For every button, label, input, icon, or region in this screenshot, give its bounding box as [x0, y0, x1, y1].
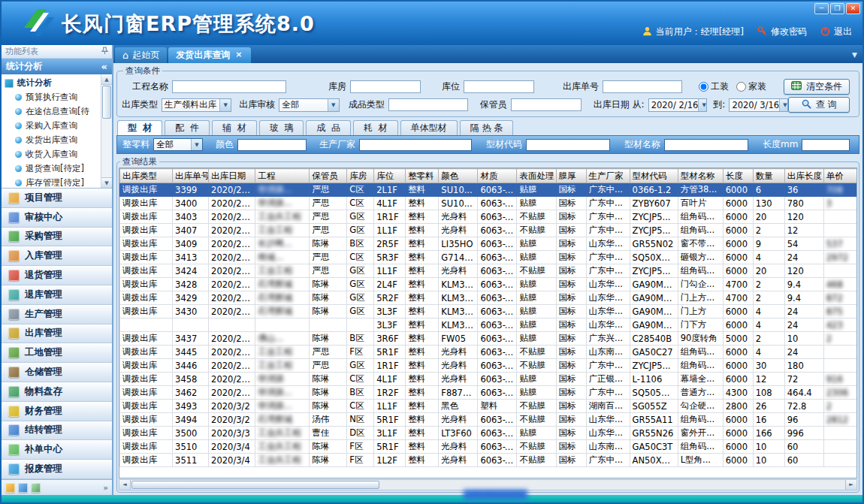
outlook-monitor-icon[interactable] — [18, 483, 28, 493]
column-header[interactable]: 单价 — [823, 169, 857, 183]
logout-button[interactable]: 退出 — [820, 26, 852, 38]
table-row[interactable]: 调拨出库34242020/2/26工业工程严思G区1L1F整料光身料6063-T… — [120, 264, 858, 278]
order-no-input[interactable] — [603, 80, 682, 93]
column-header[interactable]: 出库日期 — [209, 169, 255, 183]
tree-item[interactable]: 发货出库查询 — [5, 133, 100, 147]
table-row[interactable]: 调拨出库34622020/2/28华润源...陈琳B区1R2F整料F8877FT… — [120, 386, 858, 400]
column-header[interactable]: 库房 — [347, 169, 374, 183]
table-row[interactable]: 调拨出库34072020/2/25工业工程严思G区1L1F整料光身料6063-T… — [120, 224, 858, 237]
outlook-folder-icon[interactable] — [5, 483, 15, 493]
tree-vertical-scrollbar[interactable]: ▲ ▼ — [101, 74, 112, 188]
minimize-button[interactable]: ─ — [814, 3, 829, 14]
column-header[interactable]: 出库长度 — [784, 169, 823, 183]
material-tab-6[interactable]: 单体型材 — [400, 120, 458, 135]
table-row[interactable]: 调拨出库34002020/2/25华润源...严思C区4L1F整料SU10...… — [120, 197, 858, 210]
table-row[interactable]: 调拨出库34292020/2/26石湾辉城陈琳G区5R2F整料KLM381760… — [120, 291, 858, 305]
hscrollbar-thumb[interactable] — [131, 481, 379, 489]
table-row[interactable]: 调拨出库34302020/2/26石湾辉城陈琳G区3L3F整料KLM381760… — [120, 305, 858, 318]
column-header[interactable]: 整零料 — [406, 169, 439, 183]
table-row[interactable]: 调拨出库35002020/3/3工业共工程曹佳D区3L1F整料LT3F60606… — [120, 427, 858, 440]
close-button[interactable]: ✕ — [846, 3, 860, 14]
clear-conditions-button[interactable]: 清空条件 — [784, 79, 850, 95]
material-tab-1[interactable]: 配 件 — [165, 120, 210, 135]
column-header[interactable]: 出库单号 — [173, 169, 209, 183]
tree-item[interactable]: 预算执行查询 — [5, 90, 100, 104]
material-tab-5[interactable]: 耗 材 — [353, 120, 398, 135]
maximize-button[interactable]: ❐ — [830, 3, 844, 14]
tree-root[interactable]: 统计分析 — [5, 76, 100, 90]
material-tab-0[interactable]: 型 材 — [117, 120, 162, 135]
sidebar-item-return-stock[interactable]: 退库管理 — [2, 285, 112, 305]
manufacturer-input[interactable] — [359, 139, 472, 151]
scroll-down-button[interactable]: ▼ — [101, 177, 112, 188]
color-input[interactable] — [237, 139, 307, 151]
sidebar-item-scrap[interactable]: 报废管理 — [2, 460, 112, 479]
horizontal-scrollbar[interactable]: ◄ ► — [119, 479, 857, 490]
sidebar-item-project-management[interactable]: 项目管理 — [2, 189, 112, 208]
sidebar-item-audit-center[interactable]: 审核中心 — [2, 208, 112, 228]
tab-home[interactable]: ⌂ 起始页 — [115, 47, 167, 63]
sidebar-item-inbound[interactable]: 入库管理 — [2, 246, 112, 266]
radio-tooling-input[interactable] — [699, 82, 708, 92]
sidebar-item-supplement-center[interactable]: 补单中心 — [2, 440, 112, 460]
product-type-input[interactable] — [388, 98, 468, 111]
column-header[interactable]: 出库类型 — [120, 169, 173, 183]
location-input[interactable] — [464, 80, 534, 93]
tree-item[interactable]: 库存管理[待定] — [5, 176, 100, 189]
table-row[interactable]: 调拨出库35102020/3/4工业共工程陈琳F区5R1F整料光身料6063-T… — [120, 440, 858, 454]
length-input[interactable] — [802, 139, 850, 151]
table-row[interactable]: 调拨出库34032020/2/25工业共工程严思G区1R1F整料光身料6063-… — [120, 210, 858, 224]
sidebar-item-inventory-count[interactable]: 物料盘存 — [2, 382, 112, 402]
column-header[interactable]: 材质 — [478, 169, 517, 183]
column-header[interactable]: 生产厂家 — [586, 169, 630, 183]
table-row[interactable]: 3L3F整料KLM38176063-T5贴膜国标山东华...GA90M09...… — [120, 318, 858, 332]
tree-item[interactable]: 收货入库查询 — [5, 147, 100, 161]
scroll-right-button[interactable]: ► — [845, 480, 856, 490]
sidebar-item-carryover[interactable]: 结转管理 — [2, 421, 112, 441]
radio-tooling[interactable]: 工装 — [699, 80, 729, 93]
chevron-down-icon[interactable]: ▼ — [852, 51, 857, 59]
chevron-left-icon[interactable]: « — [101, 61, 107, 72]
table-row[interactable]: 调拨出库34372020/2/27佛山...陈琳B区3R6F整料FW056063… — [120, 332, 858, 346]
column-header[interactable]: 保管员 — [310, 169, 347, 183]
column-header[interactable]: 颜色 — [439, 169, 478, 183]
material-tab-4[interactable]: 成 品 — [306, 120, 351, 135]
radio-home-decor[interactable]: 家装 — [736, 80, 766, 93]
column-header[interactable]: 工程 — [255, 169, 310, 183]
pin-icon[interactable] — [101, 47, 108, 57]
keeper-input[interactable] — [511, 98, 582, 111]
tab-shipping-outbound-query[interactable]: 发货出库查询 × — [168, 47, 251, 63]
table-row[interactable]: 调拨出库34132020/2/26南城...严思C区5R3F整料G7142260… — [120, 251, 858, 264]
out-type-select[interactable]: 生产领料出库 ▼ — [162, 98, 231, 112]
tree-item[interactable]: 退货查询[待定] — [5, 161, 100, 176]
column-header[interactable]: 型材名称 — [678, 169, 723, 183]
column-header[interactable]: 库位 — [374, 169, 406, 183]
material-tab-3[interactable]: 玻 璃 — [259, 120, 304, 135]
table-row[interactable]: 调拨出库33992020/2/25华润源...严思C区2L1F整料SU10...… — [120, 183, 858, 197]
table-row[interactable]: 调拨出库34452020/2/27工业工程严思F区5R1F整料光身料6063-T… — [120, 346, 858, 359]
change-password-button[interactable]: 修改密码 — [757, 26, 807, 38]
column-header[interactable]: 型材代码 — [630, 169, 678, 183]
sidebar-item-purchasing[interactable]: 采购管理 — [2, 228, 112, 247]
sidebar-item-production[interactable]: 生产管理 — [2, 305, 112, 324]
warehouse-input[interactable] — [350, 80, 421, 93]
sidebar-item-finance[interactable]: 财务管理 — [2, 402, 112, 421]
tree-scrollbar-thumb[interactable] — [102, 86, 111, 119]
project-name-input[interactable] — [172, 80, 286, 93]
material-tab-7[interactable]: 隔 热 条 — [460, 120, 514, 135]
profile-code-input[interactable] — [526, 139, 610, 151]
column-header[interactable]: 数量 — [753, 169, 784, 183]
scroll-left-button[interactable]: ◄ — [119, 480, 131, 490]
column-header[interactable]: 表面处理 — [517, 169, 556, 183]
table-row[interactable]: 调拨出库35112020/3/4工业共工程陈琳F区1L2F整料光身料6063-T… — [120, 454, 858, 467]
sidebar-item-site[interactable]: 工地管理 — [2, 343, 112, 363]
column-header[interactable]: 膜厚 — [556, 169, 586, 183]
column-header[interactable]: 长度 — [723, 169, 753, 183]
table-row[interactable]: 调拨出库34282020/2/26石湾辉城陈琳G区2L4F整料KLM381760… — [120, 278, 858, 291]
table-row[interactable]: 调拨出库34582020/2/28华润源陈琳C区4L1F整料光身料6063-T5… — [120, 373, 858, 386]
material-tab-2[interactable]: 辅 材 — [212, 120, 257, 135]
sidebar-item-warehouse[interactable]: 仓储管理 — [2, 363, 112, 382]
sidebar-item-outbound[interactable]: 出库管理 — [2, 324, 112, 344]
whole-piece-select[interactable]: 全部 ▼ — [153, 138, 203, 151]
radio-home-decor-input[interactable] — [736, 82, 746, 92]
